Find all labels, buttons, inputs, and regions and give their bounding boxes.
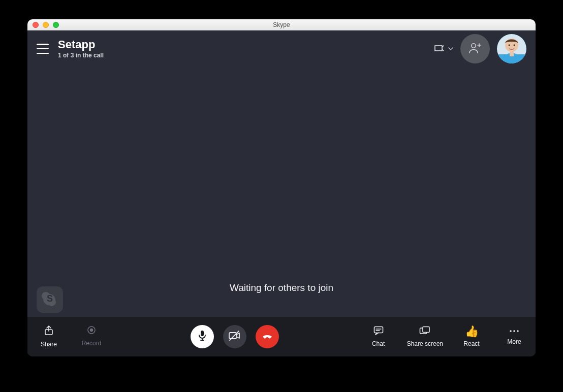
more-label: More (507, 338, 521, 345)
fullscreen-window-button[interactable] (53, 22, 59, 28)
end-call-button[interactable] (256, 325, 279, 348)
svg-point-19 (513, 330, 515, 332)
minimize-window-button[interactable] (43, 22, 49, 28)
window-traffic-lights (33, 22, 59, 28)
chevron-down-icon (448, 46, 453, 51)
svg-rect-13 (201, 331, 204, 336)
share-screen-button[interactable]: Share screen (407, 326, 443, 347)
svg-text:S: S (47, 293, 53, 304)
skype-icon: S (41, 290, 58, 309)
chat-label: Chat (372, 340, 385, 347)
svg-rect-0 (435, 46, 442, 51)
share-label: Share (41, 341, 57, 348)
record-label: Record (82, 340, 102, 347)
add-person-icon (468, 41, 482, 56)
call-title: Setapp (58, 39, 104, 51)
more-icon (509, 326, 520, 335)
call-title-block: Setapp 1 of 3 in the call (58, 39, 104, 59)
self-preview-placeholder[interactable]: S (37, 286, 63, 313)
add-participant-button[interactable] (460, 34, 490, 63)
call-header: Setapp 1 of 3 in the call (27, 30, 536, 67)
svg-point-1 (472, 44, 476, 48)
call-participant-count: 1 of 3 in the call (58, 52, 104, 59)
react-label: React (463, 340, 479, 347)
microphone-button[interactable] (191, 325, 214, 348)
call-stage: Waiting for others to join S (27, 67, 536, 317)
skype-call-window: Skype Setapp 1 of 3 in the call (27, 19, 536, 356)
window-titlebar: Skype (27, 19, 536, 30)
svg-point-7 (514, 44, 515, 46)
close-window-button[interactable] (33, 22, 39, 28)
svg-point-6 (509, 44, 510, 46)
window-title: Skype (273, 21, 290, 28)
svg-point-18 (510, 330, 512, 332)
svg-rect-17 (423, 327, 429, 333)
waiting-message: Waiting for others to join (27, 282, 536, 293)
view-mode-button[interactable] (434, 44, 453, 53)
svg-rect-15 (374, 327, 383, 333)
svg-point-20 (517, 330, 519, 332)
share-icon (44, 325, 53, 338)
svg-rect-8 (510, 51, 514, 56)
record-icon (87, 325, 96, 337)
camera-off-icon (228, 330, 241, 343)
microphone-icon (197, 330, 207, 344)
share-screen-icon (419, 326, 430, 337)
react-button[interactable]: 👍 React (457, 326, 486, 347)
camera-button[interactable] (223, 325, 246, 348)
chat-icon (373, 326, 384, 337)
record-button[interactable]: Record (77, 325, 106, 347)
crop-icon (434, 44, 445, 53)
share-screen-label: Share screen (407, 340, 443, 347)
call-controls-bar: Share Record (27, 317, 536, 356)
menu-button[interactable] (37, 44, 49, 54)
chat-button[interactable]: Chat (364, 326, 393, 347)
more-button[interactable]: More (500, 326, 528, 345)
user-avatar[interactable] (497, 34, 526, 63)
hangup-icon (261, 329, 274, 344)
svg-point-12 (90, 329, 93, 332)
thumbs-up-icon: 👍 (465, 326, 479, 337)
share-button[interactable]: Share (35, 325, 63, 348)
